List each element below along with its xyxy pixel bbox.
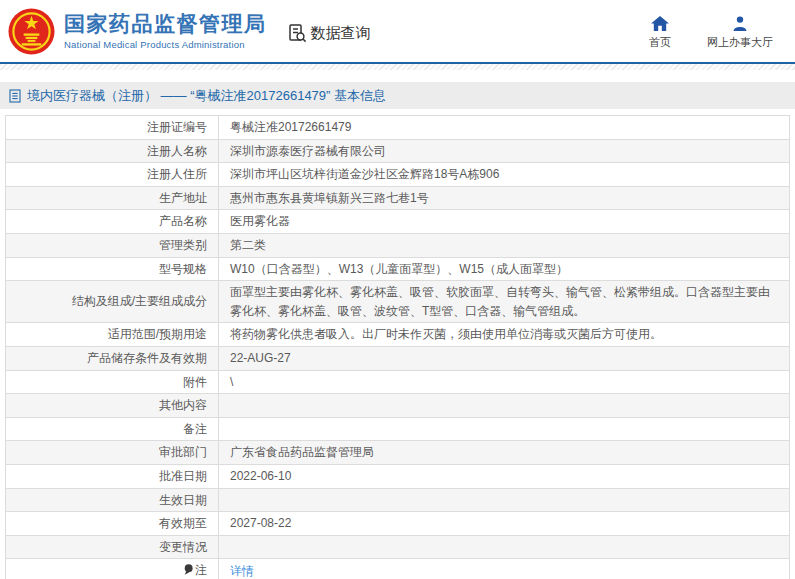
row-label: 产品储存条件及有效期 bbox=[6, 346, 219, 370]
table-row: 型号规格 W10（口含器型）、W13（儿童面罩型）、W15（成人面罩型） bbox=[6, 257, 790, 281]
row-label: 注册证编号 bbox=[6, 116, 219, 140]
row-value: 粤械注准20172661479 bbox=[219, 116, 790, 140]
row-value: 将药物雾化供患者吸入。出厂时未作灭菌，须由使用单位消毒或灭菌后方可使用。 bbox=[219, 323, 790, 347]
detail-link[interactable]: 详情 bbox=[230, 564, 254, 578]
row-label: 注册人住所 bbox=[6, 163, 219, 187]
row-value: 深圳市坪山区坑梓街道金沙社区金辉路18号A栋906 bbox=[219, 163, 790, 187]
row-value: \ bbox=[219, 370, 790, 394]
brand-text: 国家药品监督管理局 National Medical Products Admi… bbox=[64, 12, 267, 50]
national-emblem-logo bbox=[8, 8, 55, 55]
row-label: 结构及组成/主要组成成分 bbox=[6, 281, 219, 323]
row-value bbox=[219, 488, 790, 512]
table-row: 产品名称 医用雾化器 bbox=[6, 210, 790, 234]
brand: 国家药品监督管理局 National Medical Products Admi… bbox=[0, 8, 267, 55]
nav-service-hall-label: 网上办事大厅 bbox=[707, 35, 773, 50]
row-label: 注册人名称 bbox=[6, 139, 219, 163]
table-row: 审批部门 广东省食品药品监督管理局 bbox=[6, 441, 790, 465]
table-row: 注册证编号 粤械注准20172661479 bbox=[6, 116, 790, 140]
row-value: 详情 bbox=[219, 559, 790, 579]
row-label: 备注 bbox=[6, 417, 219, 441]
row-value: 惠州市惠东县黄埠镇新兴三路七巷1号 bbox=[219, 186, 790, 210]
table-row: 产品储存条件及有效期 22-AUG-27 bbox=[6, 346, 790, 370]
title-bar: 境内医疗器械（注册） —— “粤械注准20172661479” 基本信息 bbox=[0, 82, 795, 109]
table-row: 结构及组成/主要组成成分 面罩型主要由雾化杯、雾化杯盖、吸管、软胶面罩、自转弯头… bbox=[6, 281, 790, 323]
org-subtitle: National Medical Products Administration bbox=[64, 39, 267, 50]
row-label: 产品名称 bbox=[6, 210, 219, 234]
table-row: 注 详情 bbox=[6, 559, 790, 579]
table-row: 附件 \ bbox=[6, 370, 790, 394]
site-header: 国家药品监督管理局 National Medical Products Admi… bbox=[0, 0, 795, 64]
nav-service-hall[interactable]: 网上办事大厅 bbox=[707, 15, 773, 50]
row-label: 生产地址 bbox=[6, 186, 219, 210]
row-label: 有效期至 bbox=[6, 512, 219, 536]
nav-data-query-label: 数据查询 bbox=[311, 24, 371, 43]
nav-home[interactable]: 首页 bbox=[643, 15, 677, 50]
org-title: 国家药品监督管理局 bbox=[64, 12, 267, 36]
row-value: 22-AUG-27 bbox=[219, 346, 790, 370]
row-label: 注 bbox=[6, 559, 219, 579]
row-value: 广东省食品药品监督管理局 bbox=[219, 441, 790, 465]
table-row: 注册人名称 深圳市源泰医疗器械有限公司 bbox=[6, 139, 790, 163]
table-row: 管理类别 第二类 bbox=[6, 233, 790, 257]
row-label: 附件 bbox=[6, 370, 219, 394]
row-label: 审批部门 bbox=[6, 441, 219, 465]
document-icon bbox=[9, 89, 21, 103]
home-icon bbox=[651, 15, 669, 31]
row-value bbox=[219, 417, 790, 441]
row-value bbox=[219, 535, 790, 559]
row-label: 适用范围/预期用途 bbox=[6, 323, 219, 347]
row-label: 管理类别 bbox=[6, 233, 219, 257]
header-right-nav: 首页 网上办事大厅 bbox=[643, 15, 773, 50]
note-pin-icon bbox=[184, 562, 193, 579]
row-value: 面罩型主要由雾化杯、雾化杯盖、吸管、软胶面罩、自转弯头、输气管、松紧带组成。口含… bbox=[219, 281, 790, 323]
row-value bbox=[219, 394, 790, 418]
row-label: 型号规格 bbox=[6, 257, 219, 281]
table-row: 有效期至 2027-08-22 bbox=[6, 512, 790, 536]
table-row: 适用范围/预期用途 将药物雾化供患者吸入。出厂时未作灭菌，须由使用单位消毒或灭菌… bbox=[6, 323, 790, 347]
table-row: 备注 bbox=[6, 417, 790, 441]
user-icon bbox=[732, 15, 748, 31]
hatch-divider bbox=[0, 64, 795, 70]
row-value: 深圳市源泰医疗器械有限公司 bbox=[219, 139, 790, 163]
table-row: 生产地址 惠州市惠东县黄埠镇新兴三路七巷1号 bbox=[6, 186, 790, 210]
row-label: 生效日期 bbox=[6, 488, 219, 512]
row-label: 其他内容 bbox=[6, 394, 219, 418]
table-row: 批准日期 2022-06-10 bbox=[6, 464, 790, 488]
table-row: 注册人住所 深圳市坪山区坑梓街道金沙社区金辉路18号A栋906 bbox=[6, 163, 790, 187]
info-table: 注册证编号 粤械注准20172661479 注册人名称 深圳市源泰医疗器械有限公… bbox=[5, 115, 790, 579]
page-title: 境内医疗器械（注册） —— “粤械注准20172661479” 基本信息 bbox=[27, 87, 386, 105]
row-label: 变更情况 bbox=[6, 535, 219, 559]
document-search-icon bbox=[287, 23, 307, 43]
table-row: 变更情况 bbox=[6, 535, 790, 559]
table-row: 生效日期 bbox=[6, 488, 790, 512]
row-value: 医用雾化器 bbox=[219, 210, 790, 234]
row-label: 批准日期 bbox=[6, 464, 219, 488]
nav-home-label: 首页 bbox=[649, 35, 671, 50]
row-label-text: 注 bbox=[195, 563, 207, 577]
nav-data-query[interactable]: 数据查询 bbox=[287, 19, 371, 43]
table-row: 其他内容 bbox=[6, 394, 790, 418]
row-value: 第二类 bbox=[219, 233, 790, 257]
row-value: 2022-06-10 bbox=[219, 464, 790, 488]
row-value: 2027-08-22 bbox=[219, 512, 790, 536]
row-value: W10（口含器型）、W13（儿童面罩型）、W15（成人面罩型） bbox=[219, 257, 790, 281]
